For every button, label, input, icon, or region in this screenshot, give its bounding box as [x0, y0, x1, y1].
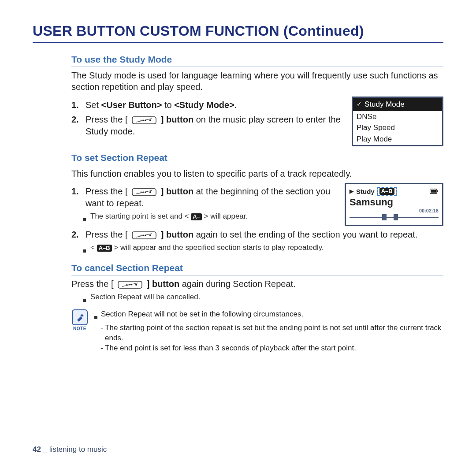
menu-item-selected: ✓Study Mode	[353, 98, 442, 111]
cancel-repeat-sub: Section Repeat will be cancelled.	[83, 293, 443, 304]
cancel-repeat-line: Press the [ ] button again during Sectio…	[71, 278, 443, 290]
battery-icon	[430, 188, 439, 195]
play-arrow-icon: ▶	[350, 188, 353, 194]
bullet-icon	[83, 246, 86, 255]
section-a-marker	[382, 214, 387, 220]
user-button-icon	[132, 188, 156, 196]
user-button-icon	[118, 281, 142, 289]
svg-point-3	[145, 119, 146, 121]
player-progress-bar	[350, 214, 439, 220]
study-step-2: 2. Press the [ ] button on the music pla…	[71, 114, 341, 138]
note-body: Section Repeat will not be set in the fo…	[94, 309, 443, 353]
player-mode-label: Study	[356, 188, 375, 195]
menu-item: Play Speed	[353, 122, 442, 134]
footer-section: listening to music	[49, 445, 107, 454]
bullet-icon	[83, 215, 86, 223]
user-button-icon	[132, 116, 156, 124]
ab-badge: A–	[191, 213, 202, 220]
svg-point-6	[141, 192, 142, 193]
menu-item: Play Mode	[353, 134, 442, 145]
study-step-1: 1. Set <User Button> to <Study Mode>.	[71, 99, 341, 111]
heading-study-mode: To use the Study Mode	[71, 54, 443, 67]
note-dash-2: - The end point is set for less than 3 s…	[100, 343, 443, 353]
section-repeat-intro: This function enables you to listen to s…	[71, 168, 443, 179]
repeat-step-2: 2. Press the [ ] button again to set the…	[71, 229, 443, 241]
heading-cancel-repeat: To cancel Section Repeat	[71, 263, 443, 275]
study-mode-menu: ✓Study Mode DNSe Play Speed Play Mode	[352, 97, 443, 146]
page-title: USER BUTTON CUSTOM FUNCTION (Continued)	[33, 23, 443, 43]
svg-point-16	[145, 235, 146, 236]
player-screen: ▶ Study A–B Samsung 00:02:18	[345, 183, 443, 226]
svg-point-22	[135, 284, 137, 286]
svg-rect-12	[431, 190, 436, 193]
svg-point-4	[149, 119, 151, 121]
svg-point-19	[126, 284, 128, 286]
svg-point-14	[141, 235, 142, 236]
svg-point-2	[143, 119, 144, 121]
study-mode-intro: The Study mode is used for language lear…	[71, 70, 443, 93]
check-icon: ✓	[357, 100, 362, 109]
bullet-icon	[94, 312, 97, 322]
svg-point-17	[149, 234, 151, 236]
user-button-icon	[132, 231, 156, 239]
svg-point-8	[145, 192, 146, 193]
svg-point-20	[129, 284, 130, 286]
page-number: 42	[33, 445, 41, 454]
svg-point-21	[131, 284, 132, 286]
player-time: 00:02:18	[350, 208, 439, 213]
note-icon	[72, 309, 88, 325]
svg-point-1	[141, 119, 142, 121]
bullet-icon	[83, 295, 86, 304]
repeat-step-1: 1. Press the [ ] button at the beginning…	[71, 186, 334, 209]
note-label: NOTE	[71, 326, 88, 331]
menu-item: DNSe	[353, 111, 442, 123]
ab-badge: A–B	[97, 245, 112, 252]
svg-point-9	[149, 191, 151, 193]
page-footer: 42 _ listening to music	[33, 445, 107, 454]
svg-rect-11	[437, 190, 438, 192]
note-dash-1: - The starting point of the section repe…	[100, 323, 443, 343]
heading-section-repeat: To set Section Repeat	[71, 152, 443, 165]
repeat-sub-1: The starting point is set and < A– > wil…	[83, 212, 334, 223]
player-ab-indicator: A–B	[377, 187, 397, 196]
svg-point-15	[143, 235, 144, 236]
repeat-sub-2: < A–B > will appear and the specified se…	[83, 243, 443, 255]
player-track-name: Samsung	[350, 197, 439, 208]
svg-rect-23	[80, 314, 83, 317]
svg-point-7	[143, 192, 144, 193]
section-b-marker	[394, 214, 398, 220]
